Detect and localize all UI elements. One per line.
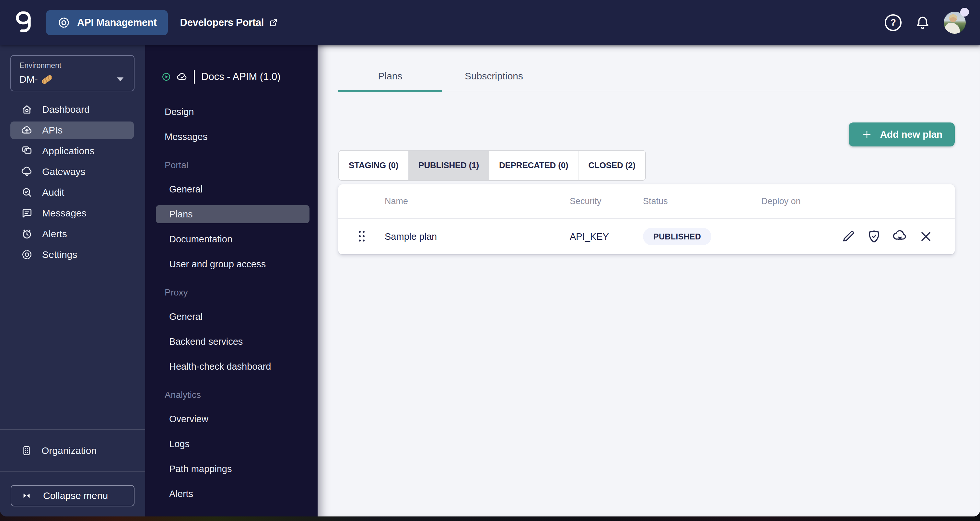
api-title: Docs - APIM (1.0) xyxy=(201,71,281,83)
menu-label: Overview xyxy=(169,414,208,424)
api-menu-health-check[interactable]: Health-check dashboard xyxy=(156,357,310,375)
alarm-icon xyxy=(21,228,33,240)
cloud-up-icon xyxy=(21,124,33,137)
status-badge: PUBLISHED xyxy=(643,228,711,245)
menu-label: General xyxy=(169,311,202,322)
sidebar-item-dashboard[interactable]: Dashboard xyxy=(10,101,134,118)
close-plan-button[interactable] xyxy=(918,229,934,245)
add-plan-label: Add new plan xyxy=(880,129,942,140)
api-menu-portal-general[interactable]: General xyxy=(156,180,310,198)
drag-handle-icon[interactable] xyxy=(357,229,366,244)
menu-label: Plans xyxy=(169,209,193,220)
table-row: Sample plan API_KEY PUBLISHED xyxy=(338,219,955,254)
deprecate-plan-button[interactable] xyxy=(892,229,908,245)
plan-design-button[interactable] xyxy=(866,229,882,245)
api-menu-logs[interactable]: Logs xyxy=(156,435,310,453)
api-menu-messages[interactable]: Messages xyxy=(156,128,310,146)
topbar: API Management Developers Portal ? xyxy=(0,0,980,45)
organization-card-icon xyxy=(21,445,32,456)
plans-tabs: Plans Subscriptions xyxy=(338,45,955,91)
filter-label: CLOSED (2) xyxy=(588,160,635,170)
sidebar-item-applications[interactable]: Applications xyxy=(10,142,134,160)
sidebar-item-label: Audit xyxy=(42,187,64,198)
shield-check-icon xyxy=(866,229,882,245)
sidebar-item-gateways[interactable]: Gateways xyxy=(10,163,134,181)
collapse-menu-button[interactable]: Collapse menu xyxy=(11,485,135,507)
menu-label: Health-check dashboard xyxy=(169,361,271,372)
filter-published[interactable]: PUBLISHED (1) xyxy=(408,151,489,180)
presence-status-dot xyxy=(960,8,969,16)
column-deploy-on: Deploy on xyxy=(761,196,835,206)
menu-label: Design xyxy=(165,106,194,117)
sidebar-item-label: Dashboard xyxy=(42,104,90,115)
section-label: Proxy xyxy=(165,288,188,298)
api-sidebar: Docs - APIM (1.0) Design Messages Portal… xyxy=(145,45,318,516)
collapse-label: Collapse menu xyxy=(43,490,108,501)
menu-label: Alerts xyxy=(169,489,193,499)
sidebar-item-apis[interactable]: APIs xyxy=(10,121,134,139)
table-header: Name Security Status Deploy on xyxy=(338,184,955,219)
column-name: Name xyxy=(385,196,570,206)
gear-icon xyxy=(21,248,33,261)
api-menu-plans[interactable]: Plans xyxy=(156,205,310,223)
pencil-icon xyxy=(840,229,856,245)
gravitee-logo-icon[interactable] xyxy=(16,11,31,34)
chat-icon xyxy=(21,207,33,219)
user-avatar[interactable] xyxy=(944,12,966,34)
environment-selector[interactable]: Environment DM- xyxy=(10,55,135,91)
divider xyxy=(194,70,195,84)
cloud-x-icon xyxy=(892,229,908,245)
api-menu-user-group-access[interactable]: User and group access xyxy=(156,255,310,273)
api-menu-alerts[interactable]: Alerts xyxy=(156,485,310,503)
sidebar-item-organization[interactable]: Organization xyxy=(0,442,145,460)
api-menu-documentation[interactable]: Documentation xyxy=(156,230,310,248)
product-label: API Management xyxy=(77,17,157,29)
chevron-down-icon xyxy=(117,78,124,81)
close-x-icon xyxy=(918,229,934,245)
section-analytics: Analytics xyxy=(156,387,310,403)
api-menu-backend-services[interactable]: Backend services xyxy=(156,332,310,351)
help-icon[interactable]: ? xyxy=(885,14,902,31)
filter-label: PUBLISHED (1) xyxy=(418,160,479,170)
environment-menu: Dashboard APIs Applications Gateways Aud… xyxy=(0,101,145,267)
column-security: Security xyxy=(570,196,643,206)
search-check-icon xyxy=(21,186,33,199)
sidebar-item-label: Applications xyxy=(42,146,95,157)
api-menu-path-mappings[interactable]: Path mappings xyxy=(156,460,310,478)
menu-label: Documentation xyxy=(169,234,232,245)
tab-label: Plans xyxy=(378,71,402,82)
api-menu-overview[interactable]: Overview xyxy=(156,410,310,428)
filter-label: DEPRECATED (0) xyxy=(499,160,568,170)
divider xyxy=(0,472,145,472)
tab-plans[interactable]: Plans xyxy=(338,45,442,91)
sidebar-item-label: APIs xyxy=(42,125,62,136)
edit-plan-button[interactable] xyxy=(840,229,856,245)
api-menu-proxy-general[interactable]: General xyxy=(156,308,310,326)
plan-name-cell: Sample plan xyxy=(385,231,570,242)
sidebar-item-alerts[interactable]: Alerts xyxy=(10,225,134,243)
section-label: Analytics xyxy=(165,390,201,400)
api-menu-design[interactable]: Design xyxy=(156,103,310,121)
sidebar-item-label: Gateways xyxy=(42,166,85,177)
filter-staging[interactable]: STAGING (0) xyxy=(339,151,408,180)
menu-label: Path mappings xyxy=(169,464,232,474)
filter-closed[interactable]: CLOSED (2) xyxy=(578,151,645,180)
sidebar-item-audit[interactable]: Audit xyxy=(10,184,134,201)
environment-label: Environment xyxy=(19,61,126,70)
plan-security-cell: API_KEY xyxy=(570,231,643,242)
notifications-bell-icon[interactable] xyxy=(915,14,931,31)
settings-gear-icon xyxy=(57,16,71,30)
sidebar-item-settings[interactable]: Settings xyxy=(10,246,134,264)
filter-deprecated[interactable]: DEPRECATED (0) xyxy=(489,151,578,180)
tab-subscriptions[interactable]: Subscriptions xyxy=(442,45,546,91)
add-new-plan-button[interactable]: Add new plan xyxy=(849,122,955,146)
sidebar-item-messages[interactable]: Messages xyxy=(10,205,134,222)
api-management-button[interactable]: API Management xyxy=(46,10,168,35)
developers-portal-link[interactable]: Developers Portal xyxy=(180,17,279,29)
environment-value: DM- xyxy=(19,74,38,85)
plan-status-filter: STAGING (0) PUBLISHED (1) DEPRECATED (0)… xyxy=(338,150,646,181)
sidebar-item-label: Settings xyxy=(42,249,77,260)
menu-label: User and group access xyxy=(169,259,266,270)
menu-label: General xyxy=(169,184,202,195)
divider xyxy=(0,429,145,430)
